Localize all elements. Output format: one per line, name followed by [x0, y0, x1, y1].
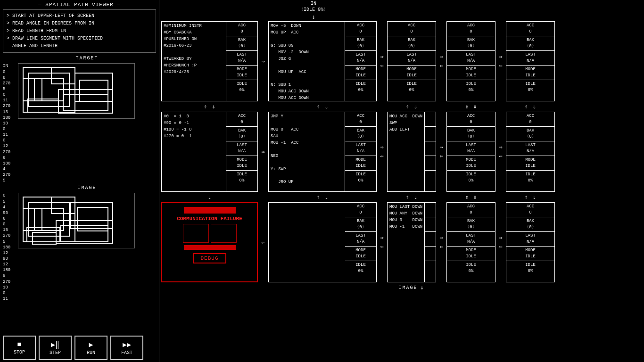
node-n21-box[interactable]: ACC0 BAK〈0〉 LASTN/A MODEIDLE IDLE0%: [268, 202, 377, 282]
target-in-values: 0 8 270 5 0 11 270 13 180 10 0 11 0 12 2…: [3, 69, 16, 184]
v-arrows-bc: ⇓ ⇑ ⇓ ⇑ ⇓ ⇑ ⇓ ⇑ ⇓: [161, 192, 642, 202]
debug-button[interactable]: DEBUG: [193, 253, 226, 263]
dn-arrow-n01: ⇓: [325, 103, 328, 110]
node-n03-box[interactable]: ACC0 BAK〈0〉 LASTN/A MODEIDLE IDLE0%: [446, 21, 495, 101]
arrows-n13-n14: ⇒ ⇐: [495, 112, 506, 192]
n04-last: LASTN/A: [506, 51, 554, 66]
n00-acc: ACC0: [226, 22, 257, 36]
stop-button[interactable]: ■ STOP: [3, 336, 36, 360]
n22-mode: MODEIDLE: [425, 247, 436, 261]
n14-bak: BAK〈0〉: [506, 127, 554, 141]
image-bottom-arrow: ⇓: [420, 284, 424, 291]
arrows-n02-n03: ⇒ ⇐: [436, 21, 446, 101]
cf-sub-box-2: [211, 224, 237, 243]
node-n12-code: MOU ACC DOWN SWP ADD LEFT: [388, 112, 425, 191]
n14-mode: MODEIDLE: [506, 156, 554, 171]
arrows-n21-n22: ⇒ ⇐: [377, 202, 387, 282]
image-label: IMAGE: [18, 185, 156, 190]
arrows-n10-n11: ⇒: [258, 112, 268, 192]
n11-idle: IDLE0%: [345, 171, 376, 185]
arrows-n03-n04: ⇒ ⇐: [495, 21, 506, 101]
n04-idle: IDLE0%: [506, 80, 554, 94]
right-arrow-3: ⇒: [499, 53, 502, 60]
n04-acc: ACC0: [506, 22, 554, 36]
left-arrow-b1: ⇐: [380, 153, 383, 160]
instruction-line-5: ANGLE AND LENGTH: [7, 42, 152, 50]
node-n02-box[interactable]: ACC0 BAK〈0〉 LASTN/A MODEIDLE IDLE0%: [387, 21, 436, 101]
up-arrow-n13: ⇑: [465, 194, 469, 201]
va-n04: ⇑ ⇓: [506, 101, 555, 112]
cf-bar-1: [184, 207, 236, 214]
va-n11: ⇑ ⇓: [268, 192, 377, 202]
right-arrow-c2: ⇒: [439, 234, 443, 241]
n13-last: LASTN/A: [447, 141, 495, 156]
va-n01: ⇑ ⇓: [268, 101, 377, 112]
va-n13: ⇑ ⇓: [446, 192, 495, 202]
va-n03: ⇑ ⇓: [446, 101, 495, 112]
n03-bak: BAK〈0〉: [447, 36, 495, 51]
up-arrow-n00: ⇑: [204, 103, 207, 110]
node-n13-box[interactable]: ACC0 BAK〈0〉 LASTN/A MODEIDLE IDLE0%: [446, 112, 495, 192]
image-section: IMAGE 0 5 4 90 6 0 15 270 5 180 12 90 12…: [3, 185, 156, 304]
arrows-n11-n12: ⇒ ⇐: [377, 112, 387, 192]
dn-arrow-n00: ⇓: [212, 103, 215, 110]
target-canvas: [18, 64, 135, 119]
up-arrow-n12: ⇑: [406, 194, 409, 201]
node-n10-regs: ACC0 BAK〈0〉 LASTN/A MODEIDLE IDLE0%: [226, 112, 257, 191]
va-n12: ⇑ ⇓: [387, 192, 436, 202]
right-arrow-2: ⇒: [439, 53, 443, 60]
node-n00-box[interactable]: ##MINIMUM INSTR #BY CSABOKA #PUBLISHED O…: [161, 21, 258, 101]
n03-mode: MODEIDLE: [447, 66, 495, 80]
target-canvas-frame: [18, 63, 135, 119]
node-n04-box[interactable]: ACC0 BAK〈0〉 LASTN/A MODEIDLE IDLE0%: [506, 21, 555, 101]
instruction-line-3: > READ LENGTH FROM IN: [7, 27, 152, 35]
step-button[interactable]: ▶‖ STEP: [39, 336, 72, 360]
stop-label: STOP: [14, 350, 25, 355]
node-n11-box[interactable]: JMP Y MOU 0 ACC SAU MOU -1 ACC NEG Y: SW…: [268, 112, 377, 192]
fast-button[interactable]: ▶▶ FAST: [110, 336, 143, 360]
left-panel: — SPATIAL PATH VIEWER — > START AT UPPER…: [0, 0, 159, 362]
n12-idle: IDLE0%: [425, 171, 436, 185]
right-arrow-b3: ⇒: [499, 144, 502, 151]
n24-acc: ACC0: [506, 203, 554, 217]
node-n10: #0 = 1 0 #90 = 0 -1 #180 = -1 0 #270 = 0…: [161, 112, 258, 192]
n02-mode: MODEIDLE: [388, 66, 436, 80]
in-header-label: IN: [259, 1, 368, 6]
n10-acc: ACC0: [226, 112, 257, 127]
n01-bak: BAK〈0〉: [345, 36, 376, 51]
fast-label: FAST: [121, 350, 132, 355]
v-arrows-ab: ⇑ ⇓ ⇑ ⇓ ⇑ ⇓ ⇑ ⇓ ⇑ ⇓: [161, 101, 642, 112]
n04-mode: MODEIDLE: [506, 66, 554, 80]
dn-arrow-n11: ⇓: [325, 194, 328, 201]
fast-icon: ▶▶: [123, 340, 131, 349]
cf-sub-boxes: [183, 224, 237, 243]
node-n10-box[interactable]: #0 = 1 0 #90 = 0 -1 #180 = -1 0 #270 = 0…: [161, 112, 258, 192]
node-n11: JMP Y MOU 0 ACC SAU MOU -1 ACC NEG Y: SW…: [268, 112, 377, 192]
n02-last: LASTN/A: [388, 51, 436, 66]
in-down-arrow: ⇓: [259, 13, 368, 21]
n13-acc: ACC0: [447, 112, 495, 127]
left-arrow-b2: ⇐: [439, 153, 443, 160]
run-label: RUN: [87, 350, 95, 355]
node-n23-box[interactable]: ACC0 BAK〈0〉 LASTN/A MODEIDLE IDLE0%: [446, 202, 495, 282]
n24-bak: BAK〈0〉: [506, 217, 554, 232]
node-n21-empty: [269, 203, 345, 282]
image-bottom-label: IMAGE: [398, 285, 417, 290]
image-canvas-frame: [18, 193, 135, 248]
target-section: TARGET IN 0 8 270 5 0 11 270 13 180 10 0…: [3, 56, 156, 185]
node-n01-box[interactable]: MOV -5 DOWN MOU UP ACC G: SUB 89 MOV -2 …: [268, 21, 377, 101]
n22-bak: BAK〈0〉: [425, 217, 436, 232]
arrow-n00-right: ⇒: [258, 21, 268, 101]
node-n12-box[interactable]: MOU ACC DOWN SWP ADD LEFT ACC0 BAK〈0〉 LA…: [387, 112, 436, 192]
dn-arrow-n10: ⇓: [208, 194, 211, 201]
target-labels-row: TARGET: [3, 56, 156, 61]
run-button[interactable]: ▶ RUN: [74, 336, 107, 360]
instruction-line-2: > READ ANGLE IN DEGREES FROM IN: [7, 20, 152, 27]
node-n24-box[interactable]: ACC0 BAK〈0〉 LASTN/A MODEIDLE IDLE0%: [506, 202, 555, 282]
node-n00: ##MINIMUM INSTR #BY CSABOKA #PUBLISHED O…: [161, 21, 258, 101]
node-n14-box[interactable]: ACC0 BAK〈0〉 LASTN/A MODEIDLE IDLE0%: [506, 112, 555, 192]
node-n22-box[interactable]: MOU LAST DOWN MOU ANY DOWN MOU 3 DOWN MO…: [387, 202, 436, 282]
step-icon: ▶‖: [51, 340, 59, 349]
n03-last: LASTN/A: [447, 51, 495, 66]
node-n23: ACC0 BAK〈0〉 LASTN/A MODEIDLE IDLE0%: [446, 202, 495, 282]
